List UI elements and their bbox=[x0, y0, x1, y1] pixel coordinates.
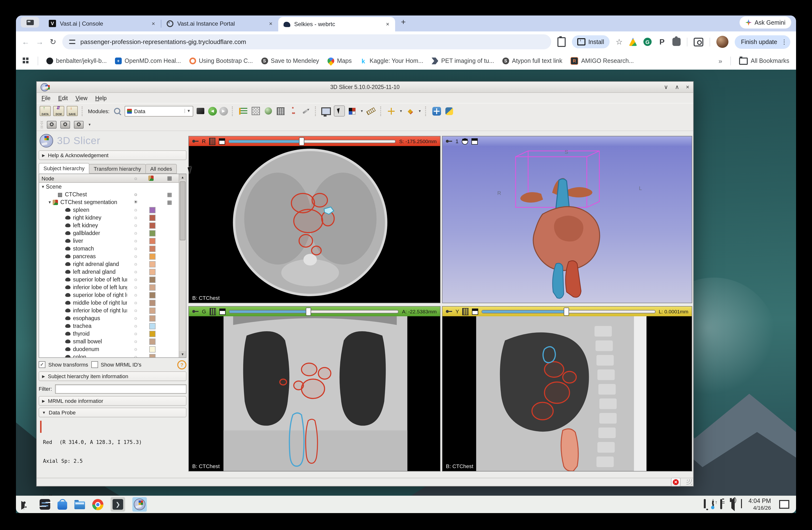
tree-row-segment[interactable]: thyroid☼ bbox=[39, 330, 186, 337]
visibility-icon[interactable]: ☼ bbox=[133, 238, 138, 243]
transforms-icon[interactable] bbox=[301, 106, 311, 116]
pin-icon[interactable] bbox=[192, 139, 199, 143]
segment-color-swatch[interactable] bbox=[149, 276, 155, 283]
browser-menu-icon[interactable]: ⋮ bbox=[781, 38, 787, 45]
visibility-icon[interactable]: ☼ bbox=[133, 293, 138, 297]
view-menu-icon[interactable] bbox=[472, 308, 478, 315]
visibility-icon[interactable]: ☼ bbox=[133, 192, 138, 197]
tree-row-segment[interactable]: colon☼ bbox=[39, 353, 186, 358]
view-menu-icon[interactable] bbox=[472, 138, 478, 144]
close-icon[interactable]: × bbox=[686, 84, 689, 90]
slice-offset-slider[interactable] bbox=[482, 310, 655, 313]
reload-icon[interactable]: ↻ bbox=[50, 38, 56, 46]
visibility-icon[interactable]: ☼ bbox=[133, 300, 138, 305]
visibility-icon[interactable]: ☼ bbox=[133, 354, 138, 358]
segment-color-swatch[interactable] bbox=[149, 253, 155, 260]
tree-row-segment[interactable]: left kidney☼ bbox=[39, 222, 186, 229]
resize-grip[interactable] bbox=[686, 479, 692, 485]
updates-icon[interactable] bbox=[712, 500, 714, 509]
bookmark-item[interactable]: benbalter/jekyll-b... bbox=[46, 58, 107, 64]
volume-rendering-icon[interactable] bbox=[250, 106, 261, 116]
segment-color-swatch[interactable] bbox=[149, 346, 155, 352]
ruler-icon[interactable] bbox=[366, 106, 376, 116]
tree-row-segment[interactable]: duodenum☼ bbox=[39, 345, 186, 353]
close-tab-icon[interactable]: × bbox=[385, 21, 390, 28]
load-data-button[interactable]: ↑DATA bbox=[40, 106, 51, 116]
tree-row-segmentation[interactable]: ▼CTChest segmentation☀▦ bbox=[39, 198, 186, 206]
toolbar-handle[interactable] bbox=[41, 120, 43, 129]
finish-update-button[interactable]: Finish update ⋮ bbox=[735, 35, 790, 48]
chevron-down-icon[interactable]: ▼ bbox=[360, 109, 363, 113]
segment-color-swatch[interactable] bbox=[149, 284, 155, 290]
tab-subject-hierarchy[interactable]: Subject hierarchy bbox=[39, 163, 89, 173]
center-3d-view-icon[interactable] bbox=[462, 138, 468, 144]
module-search-icon[interactable] bbox=[112, 106, 122, 116]
filter-input[interactable] bbox=[55, 384, 187, 393]
show-transforms-checkbox[interactable]: ✓ bbox=[39, 361, 45, 368]
show-desktop-button[interactable] bbox=[779, 500, 789, 509]
load-dicom-button[interactable]: ⇵DCM bbox=[53, 106, 64, 116]
visibility-icon[interactable]: ☼ bbox=[133, 285, 138, 290]
chevron-down-icon[interactable]: ▼ bbox=[88, 123, 91, 126]
visibility-icon[interactable]: ☼ bbox=[133, 331, 138, 336]
modules-combobox[interactable]: Data ▼ bbox=[125, 106, 193, 116]
segment-color-swatch[interactable] bbox=[149, 222, 155, 228]
tree-row-segment[interactable]: right kidney☼ bbox=[39, 214, 186, 222]
bookmark-item[interactable]: Maps bbox=[327, 58, 352, 64]
screen-capture-icon[interactable] bbox=[321, 106, 331, 116]
module-history-icon[interactable] bbox=[195, 106, 205, 116]
drive-extension-icon[interactable] bbox=[629, 38, 637, 46]
tree-row-segment[interactable]: small bowel☼ bbox=[39, 337, 186, 345]
transform-grid-icon[interactable]: ▦ bbox=[167, 199, 172, 205]
segment-color-swatch[interactable] bbox=[149, 261, 155, 267]
scroll-down-icon[interactable]: ▼ bbox=[179, 351, 186, 357]
bookmark-item[interactable]: RAMIGO Research... bbox=[570, 57, 634, 65]
slicer-task-button[interactable] bbox=[132, 497, 147, 512]
segmentations-icon[interactable] bbox=[263, 106, 273, 116]
visibility-icon[interactable]: ☼ bbox=[133, 262, 138, 266]
app-launcher-icon[interactable] bbox=[23, 500, 32, 509]
profile-avatar[interactable] bbox=[716, 36, 728, 48]
install-button[interactable]: Install bbox=[572, 35, 609, 48]
file-manager-icon[interactable] bbox=[74, 501, 85, 509]
bookmark-item[interactable]: Using Bootstrap C... bbox=[189, 58, 253, 64]
grammarly-extension-icon[interactable]: G bbox=[643, 38, 652, 46]
window-level-icon[interactable] bbox=[347, 106, 357, 116]
tree-header[interactable]: Node ☼ ▦ bbox=[39, 174, 186, 183]
red-slice-view[interactable]: R S: -175.2500mm bbox=[188, 136, 440, 303]
segment-color-swatch[interactable] bbox=[149, 292, 155, 298]
tree-row-scene[interactable]: ▼Scene bbox=[39, 183, 186, 191]
visibility-icon[interactable]: ☼ bbox=[133, 231, 138, 236]
visibility-icon[interactable]: ☼ bbox=[133, 339, 138, 344]
visibility-icon[interactable]: ☼ bbox=[133, 223, 138, 228]
scroll-up-icon[interactable]: ▲ bbox=[179, 174, 186, 180]
extensions-manager-icon[interactable] bbox=[432, 106, 442, 116]
view-menu-icon[interactable] bbox=[219, 308, 225, 315]
yellow-view-controller[interactable]: Y L: 0.0001mm bbox=[443, 307, 692, 316]
tab-transform-hierarchy[interactable]: Transform hierarchy bbox=[89, 164, 146, 173]
tab-vast-console[interactable]: V Vast.ai | Console × bbox=[44, 15, 161, 31]
crosshair-icon[interactable] bbox=[386, 106, 396, 116]
help-icon[interactable]: ? bbox=[177, 360, 187, 369]
bookmark-item[interactable]: SSave to Mendeley bbox=[261, 58, 319, 64]
history-forward-button[interactable]: ▶ bbox=[219, 107, 228, 115]
coronal-ct-image[interactable]: B: CTChest bbox=[189, 316, 440, 471]
tab-search-button[interactable] bbox=[21, 17, 39, 28]
notifications-bell-icon[interactable] bbox=[704, 500, 706, 509]
visibility-icon[interactable]: ☼ bbox=[133, 215, 138, 220]
slice-visibility-icon[interactable] bbox=[209, 138, 215, 145]
p-extension-icon[interactable]: P bbox=[658, 38, 666, 46]
slice-offset-slider[interactable] bbox=[229, 310, 398, 313]
slice-offset-slider[interactable] bbox=[229, 140, 396, 143]
subject-hierarchy-module-icon[interactable] bbox=[238, 106, 248, 116]
menu-edit[interactable]: Edit bbox=[58, 95, 68, 101]
models-icon[interactable] bbox=[276, 106, 286, 116]
slice-visibility-icon[interactable] bbox=[209, 308, 216, 315]
segment-color-swatch[interactable] bbox=[149, 331, 155, 337]
segment-color-swatch[interactable] bbox=[149, 354, 155, 358]
scene-view-menu-icon[interactable] bbox=[74, 121, 84, 128]
segment-color-swatch[interactable] bbox=[149, 246, 155, 252]
maximize-icon[interactable]: ∧ bbox=[675, 84, 679, 90]
visibility-icon[interactable]: ☼ bbox=[133, 308, 138, 313]
tab-all-nodes[interactable]: All nodes bbox=[145, 164, 177, 173]
